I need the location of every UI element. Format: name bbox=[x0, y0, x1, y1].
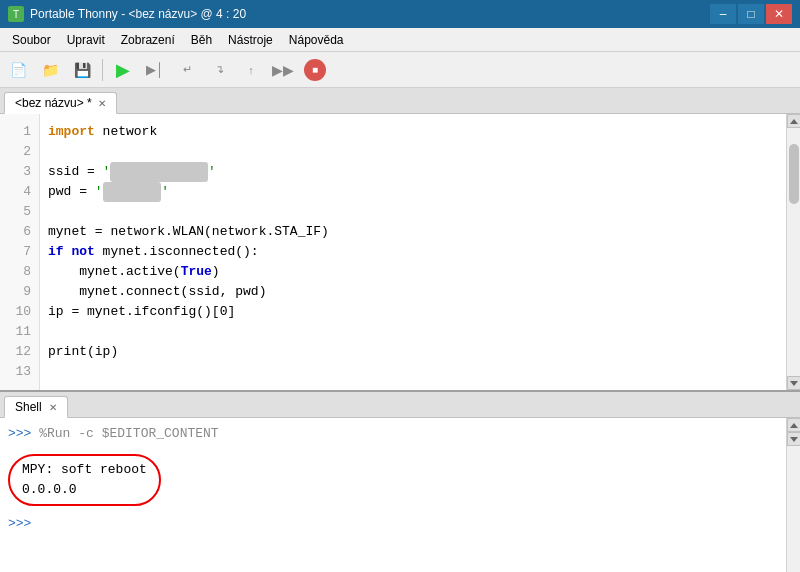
minimize-button[interactable]: – bbox=[710, 4, 736, 24]
stop-icon bbox=[304, 59, 326, 81]
debug-button[interactable]: ▶│ bbox=[141, 56, 169, 84]
editor-pane: 1 2 3 4 5 6 7 8 9 10 11 12 13 import net… bbox=[0, 114, 800, 392]
shell-prompt-1: >>> bbox=[8, 426, 31, 441]
menu-beh[interactable]: Běh bbox=[183, 31, 220, 49]
menu-soubor[interactable]: Soubor bbox=[4, 31, 59, 49]
stop-button[interactable] bbox=[301, 56, 329, 84]
shell-output-line2: 0.0.0.0 bbox=[22, 480, 147, 500]
step-over-button[interactable]: ↵ bbox=[173, 56, 201, 84]
step-into-button[interactable]: ↴ bbox=[205, 56, 233, 84]
editor-tab-bar: <bez názvu> * ✕ bbox=[0, 88, 800, 114]
editor-tab-label: <bez názvu> * bbox=[15, 96, 92, 110]
menu-zobrazeni[interactable]: Zobrazení bbox=[113, 31, 183, 49]
maximize-button[interactable]: □ bbox=[738, 4, 764, 24]
shell-command: %Run -c $EDITOR_CONTENT bbox=[39, 426, 218, 441]
shell-tab-label: Shell bbox=[15, 400, 42, 414]
line-numbers: 1 2 3 4 5 6 7 8 9 10 11 12 13 bbox=[0, 114, 40, 390]
tab-close-button[interactable]: ✕ bbox=[98, 98, 106, 109]
resume-button[interactable]: ▶▶ bbox=[269, 56, 297, 84]
menu-napoveda[interactable]: Nápověda bbox=[281, 31, 352, 49]
shell-pane: Shell ✕ >>> %Run -c $EDITOR_CONTENT MPY:… bbox=[0, 392, 800, 572]
close-button[interactable]: ✕ bbox=[766, 4, 792, 24]
shell-tab[interactable]: Shell ✕ bbox=[4, 396, 68, 418]
shell-scrollbar[interactable] bbox=[786, 418, 800, 572]
shell-output-line1: MPY: soft reboot bbox=[22, 460, 147, 480]
run-button[interactable]: ▶ bbox=[109, 56, 137, 84]
save-file-button[interactable]: 💾 bbox=[68, 56, 96, 84]
shell-tab-bar: Shell ✕ bbox=[0, 392, 800, 418]
menu-upravit[interactable]: Upravit bbox=[59, 31, 113, 49]
editor-scrollbar[interactable] bbox=[786, 114, 800, 390]
title-bar: T Portable Thonny - <bez názvu> @ 4 : 20… bbox=[0, 0, 800, 28]
shell-prompt-line: >>> bbox=[8, 514, 778, 534]
shell-scroll-up-arrow[interactable] bbox=[787, 418, 800, 432]
menu-nastroje[interactable]: Nástroje bbox=[220, 31, 281, 49]
scroll-up-arrow[interactable] bbox=[787, 114, 801, 128]
shell-tab-close[interactable]: ✕ bbox=[49, 402, 57, 413]
step-out-button[interactable]: ↑ bbox=[237, 56, 265, 84]
shell-output-block: MPY: soft reboot 0.0.0.0 bbox=[8, 452, 778, 508]
app-icon: T bbox=[8, 6, 24, 22]
toolbar-separator-1 bbox=[102, 59, 103, 81]
shell-command-line: >>> %Run -c $EDITOR_CONTENT bbox=[8, 424, 778, 444]
shell-scroll-down-arrow[interactable] bbox=[787, 432, 800, 446]
window-title: Portable Thonny - <bez názvu> @ 4 : 20 bbox=[30, 7, 246, 21]
window-controls: – □ ✕ bbox=[710, 4, 792, 24]
shell-content: >>> %Run -c $EDITOR_CONTENT MPY: soft re… bbox=[0, 418, 800, 572]
editor-tab[interactable]: <bez názvu> * ✕ bbox=[4, 92, 117, 114]
toolbar: 📄 📁 💾 ▶ ▶│ ↵ ↴ ↑ ▶▶ bbox=[0, 52, 800, 88]
menu-bar: Soubor Upravit Zobrazení Běh Nástroje Ná… bbox=[0, 28, 800, 52]
new-file-button[interactable]: 📄 bbox=[4, 56, 32, 84]
shell-prompt-2: >>> bbox=[8, 516, 31, 531]
code-editor[interactable]: import network ssid = '████████████' pwd… bbox=[40, 114, 786, 390]
open-file-button[interactable]: 📁 bbox=[36, 56, 64, 84]
scrollbar-thumb[interactable] bbox=[789, 144, 799, 204]
shell-terminal[interactable]: >>> %Run -c $EDITOR_CONTENT MPY: soft re… bbox=[0, 418, 786, 572]
scroll-down-arrow[interactable] bbox=[787, 376, 801, 390]
shell-highlighted-output: MPY: soft reboot 0.0.0.0 bbox=[8, 454, 161, 506]
